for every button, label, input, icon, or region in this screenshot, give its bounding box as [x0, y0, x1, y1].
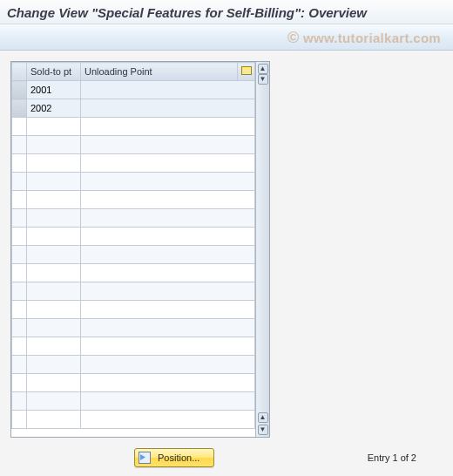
row-selector[interactable]	[12, 374, 27, 392]
table-row	[12, 191, 255, 209]
cell-sold-to[interactable]	[27, 191, 81, 209]
cell-unloading-point[interactable]	[81, 374, 255, 392]
cell-unloading-point[interactable]	[81, 392, 255, 411]
grid: Sold-to pt Unloading Point	[11, 62, 255, 429]
cell-unloading-point[interactable]	[81, 319, 255, 337]
table-row	[12, 356, 255, 374]
column-header-sold-to[interactable]: Sold-to pt	[27, 63, 81, 81]
cell-sold-to[interactable]	[27, 337, 81, 356]
row-selector[interactable]	[12, 99, 27, 118]
table-row	[12, 118, 255, 136]
cell-sold-to[interactable]	[27, 319, 81, 337]
cell-unloading-point[interactable]	[81, 81, 255, 99]
position-button-label: Position...	[158, 452, 199, 463]
table-row	[12, 264, 255, 282]
row-selector[interactable]	[12, 154, 27, 173]
footer-bar: Position... Entry 1 of 2	[0, 439, 453, 476]
cell-unloading-point[interactable]	[81, 301, 255, 319]
cell-sold-to[interactable]	[27, 173, 81, 191]
cell-sold-to[interactable]	[27, 301, 81, 319]
cell-sold-to[interactable]	[27, 264, 81, 282]
cell-unloading-point[interactable]	[81, 99, 255, 118]
cell-unloading-point[interactable]	[81, 118, 255, 136]
scroll-down-button-bottom[interactable]: ▼	[258, 425, 268, 435]
cell-unloading-point[interactable]	[81, 209, 255, 228]
application-toolbar	[0, 24, 453, 51]
scroll-down-button[interactable]: ▼	[258, 74, 268, 85]
row-selector[interactable]	[12, 118, 27, 136]
table-control: Sold-to pt Unloading Point ▲ ▼ ▲ ▼	[10, 61, 270, 438]
cell-unloading-point[interactable]	[81, 282, 255, 301]
table-body: Sold-to pt Unloading Point	[11, 62, 255, 437]
table-row	[12, 154, 255, 173]
unloading-point-input[interactable]	[85, 100, 251, 116]
row-selector[interactable]	[12, 191, 27, 209]
table-settings-icon	[241, 66, 252, 75]
table-row	[12, 337, 255, 356]
cell-unloading-point[interactable]	[81, 356, 255, 374]
row-selector[interactable]	[12, 337, 27, 356]
cell-unloading-point[interactable]	[81, 264, 255, 282]
row-selector[interactable]	[12, 136, 27, 154]
scroll-up-button[interactable]: ▲	[258, 64, 268, 74]
table-row	[12, 411, 255, 429]
position-icon	[139, 452, 151, 464]
cell-sold-to[interactable]	[27, 374, 81, 392]
row-selector[interactable]	[12, 173, 27, 191]
table-row	[12, 173, 255, 191]
cell-sold-to[interactable]	[27, 411, 81, 429]
cell-sold-to[interactable]	[27, 99, 81, 118]
cell-sold-to[interactable]	[27, 228, 81, 246]
table-row	[12, 392, 255, 411]
table-row	[12, 81, 255, 99]
table-row	[12, 374, 255, 392]
row-selector[interactable]	[12, 81, 27, 99]
cell-sold-to[interactable]	[27, 356, 81, 374]
table-row	[12, 301, 255, 319]
cell-sold-to[interactable]	[27, 154, 81, 173]
table-row	[12, 209, 255, 228]
sold-to-input[interactable]	[30, 82, 77, 98]
cell-unloading-point[interactable]	[81, 411, 255, 429]
scroll-up-button-bottom[interactable]: ▲	[258, 412, 268, 423]
row-selector[interactable]	[12, 282, 27, 301]
cell-unloading-point[interactable]	[81, 173, 255, 191]
cell-unloading-point[interactable]	[81, 246, 255, 264]
cell-sold-to[interactable]	[27, 282, 81, 301]
cell-sold-to[interactable]	[27, 136, 81, 154]
table-row	[12, 246, 255, 264]
sold-to-input[interactable]	[30, 100, 77, 116]
row-selector[interactable]	[12, 319, 27, 337]
table-row	[12, 228, 255, 246]
vertical-scrollbar[interactable]: ▲ ▼ ▲ ▼	[255, 62, 269, 437]
row-selector[interactable]	[12, 301, 27, 319]
row-selector[interactable]	[12, 209, 27, 228]
position-button[interactable]: Position...	[134, 448, 214, 467]
cell-unloading-point[interactable]	[81, 337, 255, 356]
row-selector[interactable]	[12, 392, 27, 411]
table-row	[12, 136, 255, 154]
column-header-unloading-point[interactable]: Unloading Point	[81, 63, 238, 81]
window-title: Change View "Special Features for Self-B…	[7, 5, 367, 20]
table-row	[12, 99, 255, 118]
row-selector[interactable]	[12, 246, 27, 264]
row-selector[interactable]	[12, 356, 27, 374]
select-all-corner[interactable]	[12, 63, 27, 81]
cell-unloading-point[interactable]	[81, 154, 255, 173]
cell-unloading-point[interactable]	[81, 136, 255, 154]
table-settings-button[interactable]	[238, 63, 255, 81]
row-selector[interactable]	[12, 264, 27, 282]
cell-sold-to[interactable]	[27, 246, 81, 264]
row-selector[interactable]	[12, 411, 27, 429]
entry-counter: Entry 1 of 2	[368, 452, 416, 463]
cell-sold-to[interactable]	[27, 392, 81, 411]
cell-sold-to[interactable]	[27, 81, 81, 99]
table-row	[12, 319, 255, 337]
client-area: Sold-to pt Unloading Point ▲ ▼ ▲ ▼	[0, 51, 453, 439]
cell-sold-to[interactable]	[27, 209, 81, 228]
cell-unloading-point[interactable]	[81, 228, 255, 246]
cell-unloading-point[interactable]	[81, 191, 255, 209]
cell-sold-to[interactable]	[27, 118, 81, 136]
unloading-point-input[interactable]	[85, 82, 251, 98]
row-selector[interactable]	[12, 228, 27, 246]
